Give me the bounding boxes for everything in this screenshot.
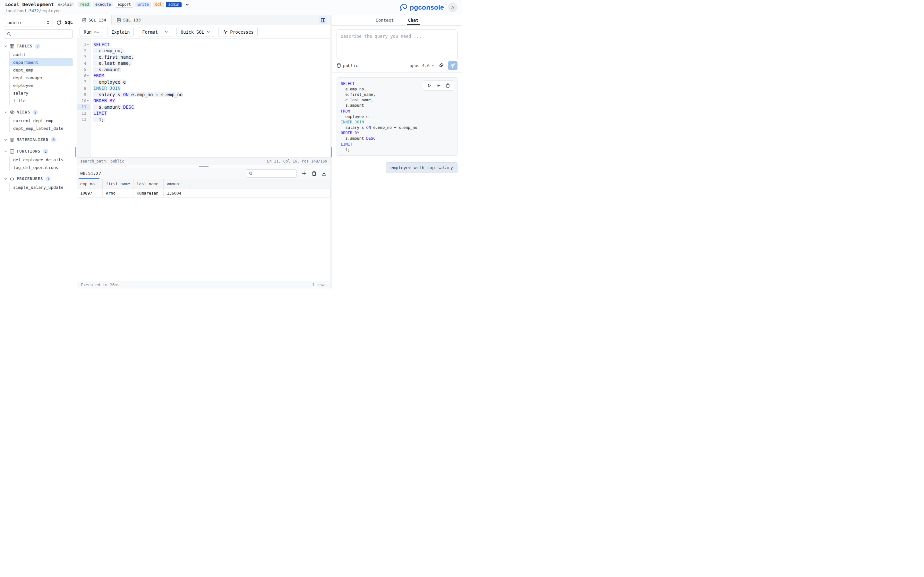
refresh-icon[interactable]: [56, 20, 61, 25]
sidebar-search[interactable]: [4, 29, 73, 39]
table-row[interactable]: 10897ArnoKumaresan136004: [77, 189, 330, 198]
section-header-tables[interactable]: TABLES7: [4, 42, 73, 50]
code-tokens: employee e: [93, 79, 126, 85]
tree-item-log_dml_operations[interactable]: log_dml_operations: [10, 163, 73, 171]
tree-item-get_employee_details[interactable]: get_employee_details: [10, 156, 73, 163]
tree-item-audit[interactable]: audit: [10, 51, 73, 58]
tree-item-dept_emp[interactable]: dept_emp: [10, 66, 73, 74]
section-header-functions[interactable]: fFUNCTIONS2: [4, 147, 73, 155]
tree-item-dept_manager[interactable]: dept_manager: [10, 74, 73, 81]
fold-arrow-icon[interactable]: [86, 100, 89, 101]
results-empty-area: [77, 198, 330, 281]
column-header-amount[interactable]: amount: [164, 179, 190, 188]
section-header-materialized[interactable]: MATERIALIZED0: [4, 136, 73, 143]
format-button[interactable]: Format: [138, 27, 172, 37]
main-scrollbar[interactable]: [331, 147, 332, 157]
run-snippet-icon[interactable]: [427, 83, 431, 88]
assistant-code-line-12: LIMIT: [341, 141, 453, 147]
split-panel-button[interactable]: [319, 16, 327, 24]
tree-item-current_dept_emp[interactable]: current_dept_emp: [10, 117, 73, 124]
cell-first_name: Arno: [103, 189, 134, 197]
schema-context-chip[interactable]: public: [336, 63, 358, 68]
line-number-4: 4: [77, 60, 90, 67]
search-icon: [7, 32, 11, 36]
model-select[interactable]: opus-4.6: [409, 63, 435, 68]
column-header-last_name[interactable]: last_name: [134, 179, 164, 188]
chat-input[interactable]: Describe the query you need ...: [336, 29, 457, 59]
column-header-first_name[interactable]: first_name: [103, 179, 134, 188]
tab-sql-133[interactable]: SQL 133: [111, 15, 146, 25]
tree-item-employee[interactable]: employee: [10, 81, 73, 89]
results-search[interactable]: [246, 169, 297, 177]
copy-results-icon[interactable]: [312, 171, 317, 176]
assistant-code-line-11: s.amount DESC: [341, 136, 453, 141]
results-search-input[interactable]: [255, 171, 294, 176]
code-tokens: e.emp_no,: [93, 48, 124, 53]
section-header-procedures[interactable]: PROCEDURES1: [4, 175, 73, 183]
split-panel-icon: [320, 18, 326, 23]
tree-item-department[interactable]: department: [10, 58, 73, 66]
tab-sql-134[interactable]: SQL 134: [77, 15, 111, 25]
run-button[interactable]: Run⌘↵: [79, 27, 103, 37]
code-line-2: e.emp_no,: [90, 48, 330, 54]
result-tab-timer[interactable]: 00:51:27: [77, 168, 104, 179]
section-items: auditdepartmentdept_empdept_manageremplo…: [9, 51, 73, 105]
fold-arrow-icon[interactable]: [86, 44, 89, 45]
section-items: simple_salary_update: [9, 183, 73, 191]
schema-select[interactable]: public: [4, 18, 53, 27]
assistant-code-line-9: salary s ON e.emp_no = s.emp_no: [341, 125, 453, 131]
tree-item-dept_emp_latest_date[interactable]: dept_emp_latest_date: [10, 124, 73, 132]
line-number-13: 13: [77, 116, 90, 123]
line-number: 7: [84, 79, 86, 84]
sql-mode-label[interactable]: SQL: [65, 20, 73, 25]
sql-editor[interactable]: 12345678910111213 SELECT e.emp_no, e.fir…: [77, 39, 330, 157]
code-line-4: e.last_name,: [90, 60, 330, 67]
tab-chat[interactable]: Chat: [407, 15, 419, 25]
column-header-emp_no[interactable]: emp_no: [77, 179, 103, 188]
permission-badge-admin[interactable]: admin: [166, 2, 182, 8]
permission-badge-read[interactable]: read: [78, 2, 91, 8]
processes-button[interactable]: Processes: [218, 27, 258, 37]
editor-toolbar: Run⌘↵ExplainFormatQuick SQLProcesses: [77, 25, 330, 39]
copy-snippet-icon[interactable]: [446, 83, 450, 88]
permission-badge-ddl[interactable]: ddl: [153, 2, 164, 8]
line-number: 5: [84, 67, 86, 72]
clear-chat-icon[interactable]: [438, 63, 444, 68]
button-label: Explain: [111, 29, 129, 35]
download-results-icon[interactable]: [321, 171, 326, 176]
button-label: Quick SQL: [181, 29, 204, 35]
sidebar-scrollbar[interactable]: [75, 147, 76, 157]
fold-arrow-icon[interactable]: [86, 75, 89, 76]
tree-section-materialized: MATERIALIZED0: [4, 136, 73, 143]
horizontal-splitter[interactable]: [77, 165, 330, 168]
sidebar-search-input[interactable]: [13, 32, 70, 37]
chevron-down-icon: [207, 30, 210, 34]
vertical-divider[interactable]: [330, 15, 332, 288]
chevron-down-icon[interactable]: [185, 3, 189, 7]
permission-badge-execute[interactable]: execute: [93, 2, 113, 8]
shortcut-hint: ⌘↵: [94, 29, 99, 34]
permission-badge-export[interactable]: export: [115, 2, 134, 8]
tree-item-salary[interactable]: salary: [10, 89, 73, 97]
send-button[interactable]: [448, 61, 457, 70]
tree-section-procedures: PROCEDURES1simple_salary_update: [4, 175, 73, 191]
tab-context[interactable]: Context: [375, 15, 395, 25]
brand-name: pgconsole: [410, 3, 444, 11]
explain-button[interactable]: Explain: [107, 27, 134, 37]
section-header-views[interactable]: VIEWS2: [4, 108, 73, 116]
chevron-down-icon: [431, 64, 435, 67]
code-line-6: FROM: [90, 73, 330, 79]
line-number-3: 3: [77, 54, 90, 60]
avatar[interactable]: A: [448, 3, 457, 12]
quick-sql-button[interactable]: Quick SQL: [176, 27, 214, 37]
permission-badge-explain[interactable]: explain: [58, 2, 76, 8]
code-tokens: LIMIT: [93, 111, 107, 116]
permission-badge-write[interactable]: write: [136, 2, 151, 8]
tree-item-simple_salary_update[interactable]: simple_salary_update: [10, 183, 73, 191]
tree-section-views: VIEWS2current_dept_empdept_emp_latest_da…: [4, 108, 73, 132]
insert-into-editor-icon[interactable]: [436, 83, 441, 88]
active-result-indicator: [79, 178, 99, 179]
add-row-icon[interactable]: [302, 171, 307, 176]
editor-code[interactable]: SELECT e.emp_no, e.first_name, e.last_na…: [90, 39, 330, 157]
tree-item-title[interactable]: title: [10, 97, 73, 105]
